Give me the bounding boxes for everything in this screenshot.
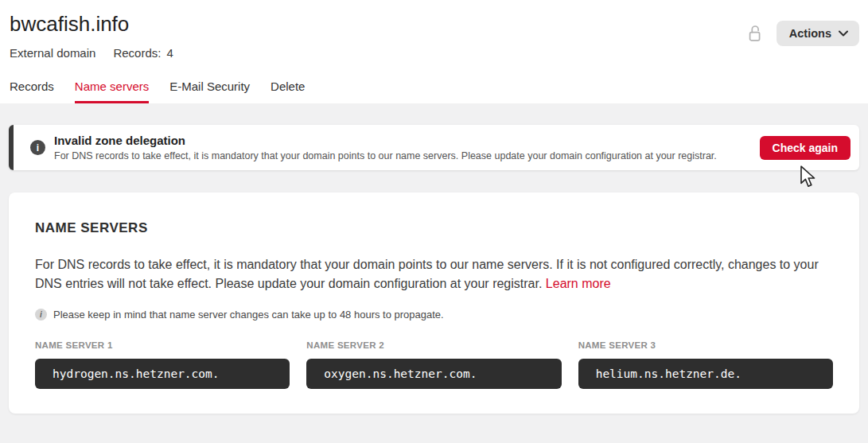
card-title: NAME SERVERS [35, 220, 833, 236]
records-value: 4 [166, 46, 173, 60]
info-icon: i [30, 140, 45, 155]
chevron-down-icon [839, 30, 848, 37]
tab-records[interactable]: Records [10, 80, 54, 103]
card-description: For DNS records to take effect, it is ma… [35, 255, 833, 293]
domain-meta: External domain Records: 4 [10, 46, 858, 60]
actions-button-label: Actions [789, 27, 831, 40]
name-server-list: NAME SERVER 1 hydrogen.ns.hetzner.com. N… [35, 340, 833, 389]
name-server-3-value: helium.ns.hetzner.de. [596, 367, 741, 380]
page-title: bwcafish.info [10, 11, 858, 37]
alert-title: Invalid zone delegation [54, 133, 760, 148]
actions-button[interactable]: Actions [777, 21, 859, 46]
name-server-1-value-box: hydrogen.ns.hetzner.com. [35, 359, 290, 389]
card-description-text: For DNS records to take effect, it is ma… [35, 258, 819, 290]
header-actions: Actions [746, 21, 859, 46]
domain-header: bwcafish.info External domain Records: 4… [0, 0, 868, 103]
name-servers-card: NAME SERVERS For DNS records to take eff… [9, 192, 859, 414]
note-text: Please keep in mind that name server cha… [53, 309, 444, 321]
invalid-zone-delegation-alert: i Invalid zone delegation For DNS record… [9, 125, 859, 170]
domain-type-label: External domain [10, 46, 95, 60]
name-server-1-label: NAME SERVER 1 [35, 340, 290, 350]
name-server-1-value: hydrogen.ns.hetzner.com. [53, 367, 220, 380]
records-label: Records: [113, 46, 161, 60]
name-server-3-label: NAME SERVER 3 [578, 340, 833, 350]
dns-console-page: bwcafish.info External domain Records: 4… [0, 0, 868, 443]
alert-message: For DNS records to take effect, it is ma… [54, 150, 760, 163]
alert-accent-bar [9, 125, 14, 170]
tab-bar: Records Name servers E-Mail Security Del… [10, 80, 305, 103]
name-server-item: NAME SERVER 2 oxygen.ns.hetzner.com. [306, 340, 561, 389]
tab-email-security[interactable]: E-Mail Security [169, 80, 250, 103]
alert-texts: Invalid zone delegation For DNS records … [54, 133, 760, 163]
name-server-2-value-box: oxygen.ns.hetzner.com. [306, 359, 561, 389]
note-info-icon: i [35, 309, 47, 321]
learn-more-link[interactable]: Learn more [546, 277, 611, 290]
tab-name-servers[interactable]: Name servers [75, 80, 149, 103]
records-count: Records: 4 [113, 46, 173, 60]
check-again-button[interactable]: Check again [760, 136, 850, 160]
name-server-item: NAME SERVER 3 helium.ns.hetzner.de. [578, 340, 833, 389]
propagation-note: i Please keep in mind that name server c… [35, 309, 833, 321]
name-server-2-label: NAME SERVER 2 [306, 340, 561, 350]
unlock-icon [746, 25, 763, 43]
name-server-item: NAME SERVER 1 hydrogen.ns.hetzner.com. [35, 340, 290, 389]
name-server-2-value: oxygen.ns.hetzner.com. [324, 367, 477, 380]
tab-delete[interactable]: Delete [271, 80, 305, 103]
name-server-3-value-box: helium.ns.hetzner.de. [578, 359, 833, 389]
